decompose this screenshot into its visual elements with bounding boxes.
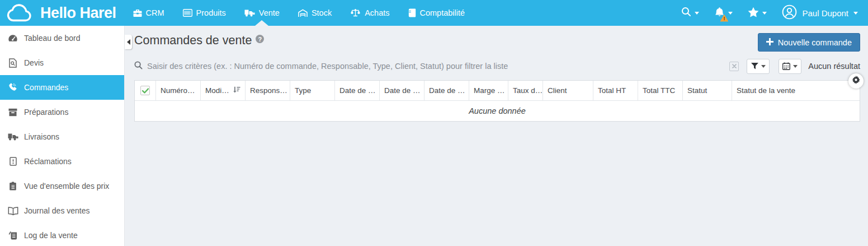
column-header-numero[interactable]: Numéro… [156,81,201,100]
clipboard-icon [7,182,18,191]
column-header-modifie[interactable]: Modi… [201,81,246,100]
chevron-down-icon [853,12,858,15]
column-header-total-ht[interactable]: Total HT [593,81,638,100]
box-icon [7,108,18,117]
sidebar-item-log-de-la-vente[interactable]: Log de la vente [0,223,124,246]
main-content: Commandes de vente ? Nouvelle commande [125,26,868,246]
column-header-type[interactable]: Type [290,81,335,100]
column-header-date-1[interactable]: Date de … [335,81,380,100]
ledger-icon [408,8,416,17]
nav-item-stock[interactable]: Stock [298,0,332,26]
check-icon [142,88,149,94]
column-header-responsable[interactable]: Respons… [246,81,290,100]
balance-scale-icon [350,8,361,17]
column-header-date-3[interactable]: Date de … [424,81,469,100]
new-order-button[interactable]: Nouvelle commande [758,33,860,52]
nav-label: Stock [312,8,332,17]
column-header-statut[interactable]: Statut [683,81,732,100]
sidebar-item-label: Journal des ventes [24,206,90,215]
column-header-total-ttc[interactable]: Total TTC [638,81,683,100]
sidebar: Tableau de bord Devis Commandes Préparat… [0,26,125,246]
column-header-taux[interactable]: Taux d… [508,81,543,100]
page-title: Commandes de vente [134,33,252,48]
sidebar-item-label: Tableau de bord [24,34,80,43]
top-navigation: CRM Produits Vente Stock Achats [133,0,465,26]
cloud-icon [6,4,35,22]
select-all-cell [135,81,156,100]
delivery-truck-icon [7,133,18,141]
plus-icon [766,38,773,47]
search-menu[interactable] [681,7,699,19]
sidebar-item-vue-densemble-des-prix[interactable]: Vue d'ensemble des prix [0,174,124,198]
filter-criteria-input[interactable] [147,62,729,71]
sidebar-item-devis[interactable]: Devis [0,50,124,75]
nav-item-crm[interactable]: CRM [133,0,164,26]
chevron-down-icon [728,12,733,15]
notifications-menu[interactable]: ! [714,7,733,20]
sidebar-item-journal-des-ventes[interactable]: Journal des ventes [0,198,124,223]
app-logo[interactable]: Hello Harel [0,4,116,22]
brand-name: Hello Harel [40,4,116,22]
nav-item-vente[interactable]: Vente [244,0,280,26]
nav-label: Vente [259,8,280,17]
column-settings-button[interactable] [848,73,864,89]
favorites-menu[interactable] [748,7,767,20]
filter-dropdown-button[interactable] [747,59,770,74]
date-filter-button[interactable] [779,59,801,74]
nav-label: Produits [196,8,226,17]
user-name: Paul Dupont [802,8,848,18]
new-order-button-label: Nouvelle commande [778,38,852,47]
chevron-left-icon [127,39,130,45]
sidebar-item-label: Vue d'ensemble des prix [24,182,109,191]
help-icon[interactable]: ? [256,35,264,43]
open-book-icon [7,207,18,215]
log-icon [7,231,18,240]
empty-state-row: Aucune donnée [135,101,860,121]
search-icon [134,61,143,72]
nav-item-achats[interactable]: Achats [350,0,389,26]
topbar-right: ! Paul Dupont [681,4,868,22]
funnel-icon [751,63,758,69]
nav-label: Achats [365,8,389,17]
sidebar-item-label: Log de la vente [24,231,78,240]
topbar: Hello Harel CRM Produits Vente Stoc [0,0,868,26]
column-header-statut-vente[interactable]: Statut de la vente [732,81,860,100]
chevron-down-icon [761,65,766,68]
nav-item-comptabilite[interactable]: Comptabilité [408,0,465,26]
sidebar-item-livraisons[interactable]: Livraisons [0,124,124,149]
truck-icon [244,9,255,17]
sidebar-item-label: Commandes [24,83,68,92]
table-header-row: Numéro… Modi… Respons… Type Date de … Da… [135,81,860,101]
bell-icon: ! [714,7,725,20]
chevron-down-icon [793,65,798,68]
column-header-marge[interactable]: Marge … [469,81,508,100]
search-icon [681,7,691,19]
gear-icon [852,76,860,86]
star-icon [748,7,759,20]
sidebar-item-label: Livraisons [24,132,59,141]
briefcase-icon [133,9,142,17]
select-all-checkbox[interactable] [140,86,150,95]
column-header-date-2[interactable]: Date de … [380,81,424,100]
nav-item-produits[interactable]: Produits [183,0,226,26]
clear-filter-icon[interactable] [729,62,739,71]
sidebar-collapse-toggle[interactable] [125,35,132,49]
nav-label: Comptabilité [420,8,465,17]
phone-icon [7,83,18,92]
title-row: Commandes de vente ? Nouvelle commande [134,33,860,52]
sidebar-item-tableau-de-bord[interactable]: Tableau de bord [0,26,124,50]
sidebar-item-preparations[interactable]: Préparations [0,100,124,124]
result-count: Aucun résultat [808,62,860,71]
column-header-client[interactable]: Client [543,81,593,100]
empty-state-text: Aucune donnée [469,106,526,115]
user-menu[interactable]: Paul Dupont [782,4,858,22]
sidebar-item-commandes[interactable]: Commandes [0,75,124,100]
orders-table: Numéro… Modi… Respons… Type Date de … Da… [134,80,860,122]
calendar-icon [782,62,790,70]
dashboard-icon [7,34,18,42]
barcode-icon [183,9,192,17]
sidebar-item-reclamations[interactable]: Réclamations [0,149,124,174]
chevron-down-icon [762,12,767,15]
file-search-icon [7,58,18,68]
sidebar-item-label: Préparations [24,108,68,117]
